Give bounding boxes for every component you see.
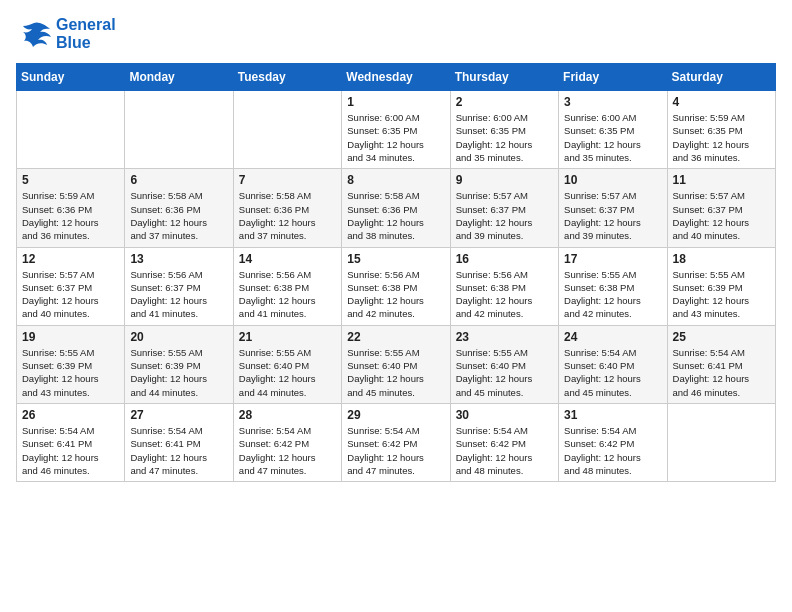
calendar-day-16: 16Sunrise: 5:56 AM Sunset: 6:38 PM Dayli… — [450, 247, 558, 325]
day-number: 28 — [239, 408, 336, 422]
day-number: 29 — [347, 408, 444, 422]
calendar-day-24: 24Sunrise: 5:54 AM Sunset: 6:40 PM Dayli… — [559, 325, 667, 403]
weekday-header-thursday: Thursday — [450, 64, 558, 91]
calendar-day-10: 10Sunrise: 5:57 AM Sunset: 6:37 PM Dayli… — [559, 169, 667, 247]
day-number: 12 — [22, 252, 119, 266]
day-number: 30 — [456, 408, 553, 422]
day-info: Sunrise: 5:55 AM Sunset: 6:39 PM Dayligh… — [22, 346, 119, 399]
calendar-day-13: 13Sunrise: 5:56 AM Sunset: 6:37 PM Dayli… — [125, 247, 233, 325]
day-info: Sunrise: 5:54 AM Sunset: 6:42 PM Dayligh… — [347, 424, 444, 477]
day-number: 17 — [564, 252, 661, 266]
calendar-empty-cell — [17, 91, 125, 169]
day-number: 21 — [239, 330, 336, 344]
day-number: 31 — [564, 408, 661, 422]
day-number: 16 — [456, 252, 553, 266]
weekday-header-wednesday: Wednesday — [342, 64, 450, 91]
calendar-day-8: 8Sunrise: 5:58 AM Sunset: 6:36 PM Daylig… — [342, 169, 450, 247]
day-number: 14 — [239, 252, 336, 266]
day-info: Sunrise: 6:00 AM Sunset: 6:35 PM Dayligh… — [456, 111, 553, 164]
day-number: 4 — [673, 95, 770, 109]
day-info: Sunrise: 5:54 AM Sunset: 6:41 PM Dayligh… — [130, 424, 227, 477]
day-number: 23 — [456, 330, 553, 344]
weekday-header-sunday: Sunday — [17, 64, 125, 91]
day-info: Sunrise: 5:58 AM Sunset: 6:36 PM Dayligh… — [239, 189, 336, 242]
day-info: Sunrise: 5:54 AM Sunset: 6:42 PM Dayligh… — [239, 424, 336, 477]
day-info: Sunrise: 5:54 AM Sunset: 6:42 PM Dayligh… — [564, 424, 661, 477]
calendar-day-12: 12Sunrise: 5:57 AM Sunset: 6:37 PM Dayli… — [17, 247, 125, 325]
day-number: 9 — [456, 173, 553, 187]
calendar-day-3: 3Sunrise: 6:00 AM Sunset: 6:35 PM Daylig… — [559, 91, 667, 169]
day-number: 22 — [347, 330, 444, 344]
day-info: Sunrise: 5:54 AM Sunset: 6:40 PM Dayligh… — [564, 346, 661, 399]
day-number: 6 — [130, 173, 227, 187]
day-number: 26 — [22, 408, 119, 422]
calendar-week-row: 12Sunrise: 5:57 AM Sunset: 6:37 PM Dayli… — [17, 247, 776, 325]
calendar-week-row: 19Sunrise: 5:55 AM Sunset: 6:39 PM Dayli… — [17, 325, 776, 403]
day-info: Sunrise: 5:59 AM Sunset: 6:35 PM Dayligh… — [673, 111, 770, 164]
day-info: Sunrise: 5:55 AM Sunset: 6:39 PM Dayligh… — [673, 268, 770, 321]
weekday-header-saturday: Saturday — [667, 64, 775, 91]
day-info: Sunrise: 5:56 AM Sunset: 6:38 PM Dayligh… — [347, 268, 444, 321]
calendar-week-row: 26Sunrise: 5:54 AM Sunset: 6:41 PM Dayli… — [17, 403, 776, 481]
calendar-day-31: 31Sunrise: 5:54 AM Sunset: 6:42 PM Dayli… — [559, 403, 667, 481]
day-info: Sunrise: 6:00 AM Sunset: 6:35 PM Dayligh… — [564, 111, 661, 164]
page-header: General Blue — [16, 16, 776, 51]
weekday-header-row: SundayMondayTuesdayWednesdayThursdayFrid… — [17, 64, 776, 91]
calendar-day-25: 25Sunrise: 5:54 AM Sunset: 6:41 PM Dayli… — [667, 325, 775, 403]
weekday-header-friday: Friday — [559, 64, 667, 91]
calendar-day-7: 7Sunrise: 5:58 AM Sunset: 6:36 PM Daylig… — [233, 169, 341, 247]
day-number: 24 — [564, 330, 661, 344]
day-number: 13 — [130, 252, 227, 266]
calendar-day-21: 21Sunrise: 5:55 AM Sunset: 6:40 PM Dayli… — [233, 325, 341, 403]
day-number: 3 — [564, 95, 661, 109]
day-info: Sunrise: 5:56 AM Sunset: 6:38 PM Dayligh… — [239, 268, 336, 321]
day-info: Sunrise: 5:56 AM Sunset: 6:37 PM Dayligh… — [130, 268, 227, 321]
calendar-day-18: 18Sunrise: 5:55 AM Sunset: 6:39 PM Dayli… — [667, 247, 775, 325]
calendar-day-30: 30Sunrise: 5:54 AM Sunset: 6:42 PM Dayli… — [450, 403, 558, 481]
day-info: Sunrise: 6:00 AM Sunset: 6:35 PM Dayligh… — [347, 111, 444, 164]
day-info: Sunrise: 5:55 AM Sunset: 6:40 PM Dayligh… — [456, 346, 553, 399]
day-number: 10 — [564, 173, 661, 187]
day-number: 25 — [673, 330, 770, 344]
calendar-day-1: 1Sunrise: 6:00 AM Sunset: 6:35 PM Daylig… — [342, 91, 450, 169]
day-info: Sunrise: 5:55 AM Sunset: 6:39 PM Dayligh… — [130, 346, 227, 399]
calendar-empty-cell — [125, 91, 233, 169]
calendar-day-9: 9Sunrise: 5:57 AM Sunset: 6:37 PM Daylig… — [450, 169, 558, 247]
day-info: Sunrise: 5:57 AM Sunset: 6:37 PM Dayligh… — [673, 189, 770, 242]
calendar-day-20: 20Sunrise: 5:55 AM Sunset: 6:39 PM Dayli… — [125, 325, 233, 403]
calendar-day-4: 4Sunrise: 5:59 AM Sunset: 6:35 PM Daylig… — [667, 91, 775, 169]
day-info: Sunrise: 5:54 AM Sunset: 6:42 PM Dayligh… — [456, 424, 553, 477]
calendar-day-19: 19Sunrise: 5:55 AM Sunset: 6:39 PM Dayli… — [17, 325, 125, 403]
day-number: 15 — [347, 252, 444, 266]
weekday-header-tuesday: Tuesday — [233, 64, 341, 91]
day-info: Sunrise: 5:58 AM Sunset: 6:36 PM Dayligh… — [347, 189, 444, 242]
day-number: 2 — [456, 95, 553, 109]
logo: General Blue — [16, 16, 116, 51]
day-info: Sunrise: 5:55 AM Sunset: 6:38 PM Dayligh… — [564, 268, 661, 321]
day-info: Sunrise: 5:56 AM Sunset: 6:38 PM Dayligh… — [456, 268, 553, 321]
logo-bird-icon — [16, 19, 52, 49]
day-info: Sunrise: 5:55 AM Sunset: 6:40 PM Dayligh… — [347, 346, 444, 399]
weekday-header-monday: Monday — [125, 64, 233, 91]
calendar-day-28: 28Sunrise: 5:54 AM Sunset: 6:42 PM Dayli… — [233, 403, 341, 481]
logo-blue: Blue — [56, 34, 116, 52]
day-info: Sunrise: 5:59 AM Sunset: 6:36 PM Dayligh… — [22, 189, 119, 242]
logo-general: General — [56, 16, 116, 33]
calendar-day-6: 6Sunrise: 5:58 AM Sunset: 6:36 PM Daylig… — [125, 169, 233, 247]
day-info: Sunrise: 5:57 AM Sunset: 6:37 PM Dayligh… — [564, 189, 661, 242]
day-info: Sunrise: 5:57 AM Sunset: 6:37 PM Dayligh… — [22, 268, 119, 321]
calendar-day-5: 5Sunrise: 5:59 AM Sunset: 6:36 PM Daylig… — [17, 169, 125, 247]
calendar-day-15: 15Sunrise: 5:56 AM Sunset: 6:38 PM Dayli… — [342, 247, 450, 325]
day-number: 19 — [22, 330, 119, 344]
calendar-day-27: 27Sunrise: 5:54 AM Sunset: 6:41 PM Dayli… — [125, 403, 233, 481]
day-number: 20 — [130, 330, 227, 344]
day-number: 1 — [347, 95, 444, 109]
day-number: 18 — [673, 252, 770, 266]
logo-text: General Blue — [56, 16, 116, 51]
calendar-day-22: 22Sunrise: 5:55 AM Sunset: 6:40 PM Dayli… — [342, 325, 450, 403]
day-info: Sunrise: 5:58 AM Sunset: 6:36 PM Dayligh… — [130, 189, 227, 242]
day-number: 11 — [673, 173, 770, 187]
calendar-empty-cell — [667, 403, 775, 481]
calendar-day-2: 2Sunrise: 6:00 AM Sunset: 6:35 PM Daylig… — [450, 91, 558, 169]
day-number: 5 — [22, 173, 119, 187]
